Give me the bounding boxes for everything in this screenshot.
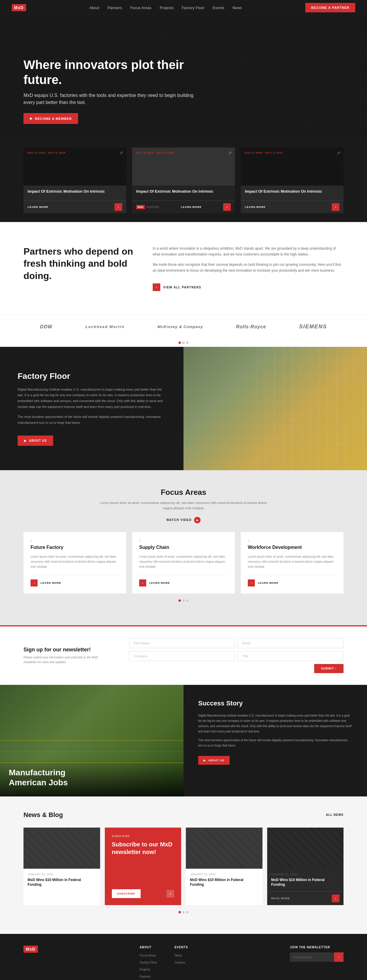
submit-row: SUBMIT › <box>129 664 343 673</box>
footer-newsletter: Join the Newsletter › <box>290 946 343 980</box>
footer-link-factory-floor[interactable]: Factory Floor <box>140 961 157 964</box>
subscribe-arrow-icon: › <box>167 890 174 897</box>
footer-newsletter-heading: Join the Newsletter <box>290 946 343 949</box>
subscribe-button[interactable]: SUBSCRIBE <box>112 889 141 898</box>
focus-dot-3[interactable] <box>186 600 189 602</box>
subscribe-header: SUBSCRIBE Subscribe to our MxD newslette… <box>112 835 175 862</box>
focus-card-num-3: 3 <box>248 539 337 542</box>
nav-focus-areas[interactable]: Focus Areas <box>130 6 151 10</box>
become-partner-button[interactable]: BECOME A PARTNER <box>305 3 355 12</box>
news-dot-2[interactable] <box>182 911 185 913</box>
event-arrow-btn-1[interactable]: › <box>114 203 122 211</box>
dot-2[interactable] <box>182 342 185 344</box>
nav-factory-floor[interactable]: Factory Floor <box>182 6 204 10</box>
footer-link-projects[interactable]: Projects <box>140 968 150 971</box>
footer-link-focus-areas[interactable]: Focus Areas <box>140 954 156 957</box>
learn-more-2[interactable]: LEARN MORE <box>181 205 202 208</box>
title-input[interactable] <box>238 651 343 661</box>
nav-logo[interactable]: MxD <box>12 4 26 11</box>
footer: MxD About Focus Areas Factory Floor Proj… <box>0 934 367 980</box>
nav-projects[interactable]: Projects <box>160 6 173 10</box>
news-card-img-3 <box>267 827 344 869</box>
factory-about-button[interactable]: ▶ ABOUT US <box>17 436 53 446</box>
read-more-3[interactable]: READ MORE <box>271 897 290 900</box>
success-heading: Success Story <box>198 700 352 707</box>
factory-img-visual <box>183 347 367 470</box>
focus-card-footer-3: › LEARN MORE <box>248 575 337 587</box>
news-date-2: JANUARY 31, 2019 <box>190 873 258 876</box>
focus-dot-1[interactable] <box>178 600 181 602</box>
factory-body-1: Digital Manufacturing Institute enables … <box>17 387 166 410</box>
success-about-button[interactable]: ▶ ABOUT US <box>198 756 230 765</box>
news-card-content-2: JANUARY 31, 2019 MxD Wins $10 Million in… <box>186 869 262 892</box>
event-card-img-3: JULY 4, 2019 - JULY 4, 2019 ⤢ <box>241 148 343 186</box>
footer-col-events-heading: Events <box>175 946 188 949</box>
event-arrow-btn-3[interactable]: › <box>332 203 339 211</box>
focus-card-title-1: Future Factory <box>30 545 119 550</box>
company-input[interactable] <box>129 651 235 661</box>
about-arrow-icon: ▶ <box>24 439 27 442</box>
focus-card-footer-1: › LEARN MORE <box>30 575 119 587</box>
factory-text: Factory Floor Digital Manufacturing Inst… <box>0 347 183 470</box>
footer-email-submit[interactable]: › <box>334 952 343 962</box>
footer-col-events-links: News Careers <box>175 952 188 965</box>
factory-heading: Factory Floor <box>17 372 166 381</box>
partners-left: Partners who depend on fresh thinking an… <box>24 245 135 288</box>
news-card-footer-3: READ MORE › <box>267 891 344 905</box>
event-arrow-btn-2[interactable]: › <box>223 203 231 211</box>
partners-right: In a world where innovation is a ubiquit… <box>153 245 343 291</box>
focus-dot-2[interactable] <box>182 600 185 602</box>
watch-video-button[interactable]: WATCH VIDEO ▶ <box>24 517 343 523</box>
focus-learn-more-2[interactable]: LEARN MORE <box>149 581 170 584</box>
partner-logo-rolls-royce: Rolls·Royce <box>236 324 266 329</box>
nav-news[interactable]: News <box>232 6 242 10</box>
footer-top: MxD About Focus Areas Factory Floor Proj… <box>24 946 343 980</box>
hero-title: Where innovators plot their future. <box>24 57 200 87</box>
hero-section: Where innovators plot their future. MxD … <box>0 15 367 138</box>
dot-3[interactable] <box>186 342 189 344</box>
focus-card-footer-2: › LEARN MORE <box>139 575 228 587</box>
news-dot-3[interactable] <box>186 911 189 913</box>
dot-1[interactable] <box>178 342 181 344</box>
news-dot-1[interactable] <box>178 911 181 913</box>
event-date-1: JULY 4, 2019 - JULY 4, 2019 <box>27 151 65 155</box>
focus-learn-more-3[interactable]: LEARN MORE <box>258 581 279 584</box>
all-news-link[interactable]: ALL NEWS <box>326 813 343 816</box>
news-section: News & Blog ALL NEWS JANUARY 31, 2019 Mx… <box>0 797 367 934</box>
watch-video-label: WATCH VIDEO <box>167 518 192 522</box>
become-member-button[interactable]: ▶ BECOME A MEMBER <box>24 113 78 124</box>
news-arrow-btn-3[interactable]: › <box>332 894 339 902</box>
factory-body-2: The most lucrative opportunities of the … <box>17 414 166 426</box>
first-name-input[interactable] <box>129 638 235 648</box>
focus-arrow-icon-1: › <box>30 579 38 587</box>
email-input[interactable] <box>238 638 343 648</box>
footer-link-partners[interactable]: Partners <box>140 975 151 978</box>
news-carousel-dots <box>24 905 343 919</box>
event-card-body-3: Impact Of Extrinsic Motivation On Intrin… <box>241 186 343 200</box>
partners-heading: Partners who depend on fresh thinking an… <box>24 245 135 282</box>
event-card-title-2: Impact Of Extrinsic Motivation On Intrin… <box>136 189 231 194</box>
footer-link-careers[interactable]: Careers <box>175 961 185 964</box>
footer-email-input[interactable] <box>290 952 334 962</box>
focus-arrow-icon-2: › <box>139 579 146 587</box>
nav-partners[interactable]: Partners <box>108 6 122 10</box>
view-partners-button[interactable]: › VIEW ALL PARTNERS <box>153 283 202 291</box>
subscribe-title: Subscribe to our MxD newsletter now! <box>112 840 175 856</box>
nav-events[interactable]: Events <box>213 6 224 10</box>
subscribe-card-content: SUBSCRIBE Subscribe to our MxD newslette… <box>105 827 181 905</box>
footer-link-news[interactable]: News <box>175 954 182 957</box>
newsletter-section: Sign up for our newsletter! Please submi… <box>0 625 367 685</box>
focus-card-title-3: Workforce Development <box>248 545 337 550</box>
focus-learn-more-1[interactable]: LEARN MORE <box>41 581 61 584</box>
focus-header: Focus Areas Lorem ipsum dolor sit amet, … <box>24 488 343 511</box>
learn-more-1[interactable]: LEARN MORE <box>28 205 48 208</box>
success-section: Manufacturing American Jobs Success Stor… <box>0 685 367 797</box>
news-date-1: JANUARY 31, 2019 <box>28 873 96 876</box>
focus-card-title-2: Supply Chain <box>139 545 228 550</box>
nav-about[interactable]: About <box>89 6 100 10</box>
footer-col-events: Events News Careers <box>175 946 188 980</box>
submit-button[interactable]: SUBMIT › <box>314 664 343 673</box>
learn-more-3[interactable]: LEARN MORE <box>245 205 266 208</box>
partner-carousel-dots <box>0 339 367 347</box>
footer-email-row: › <box>290 952 343 962</box>
